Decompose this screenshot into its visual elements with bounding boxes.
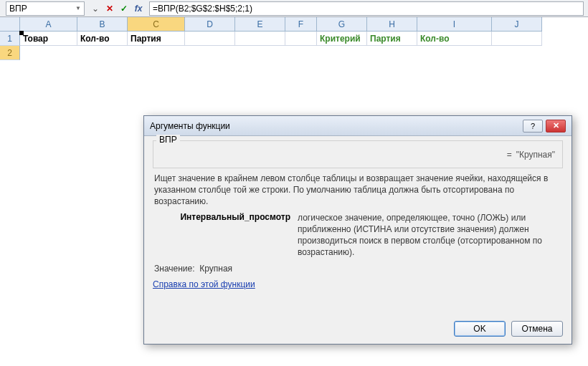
column-header-A[interactable]: A <box>20 17 77 32</box>
cell-B1[interactable]: Кол-во <box>77 32 128 46</box>
dialog-titlebar[interactable]: Аргументы функции ? ✕ <box>144 116 572 136</box>
column-header-H[interactable]: H <box>367 17 417 32</box>
formula-bar: ВПР ▼ ⌄ ✕ ✓ fx =ВПР(B2;$G$2:$H$5;2;1) <box>0 0 588 17</box>
cell-H1[interactable]: Партия <box>367 32 417 46</box>
value-result: Крупная <box>199 264 232 274</box>
formula-input[interactable]: =ВПР(B2;$G$2:$H$5;2;1) <box>149 1 584 16</box>
column-header-F[interactable]: F <box>285 17 317 32</box>
column-header-J[interactable]: J <box>492 17 542 32</box>
expand-icon[interactable]: ⌄ <box>89 2 102 15</box>
cell-C1[interactable]: Партия <box>128 32 185 46</box>
cell-D1[interactable] <box>185 32 235 46</box>
dialog-close-button[interactable]: ✕ <box>546 120 566 133</box>
help-link[interactable]: Справка по этой функции <box>153 279 255 289</box>
row-header-2[interactable]: 2 <box>0 46 20 60</box>
overall-result: "Крупная" <box>516 150 555 160</box>
cancel-button[interactable]: Отмена <box>511 321 563 337</box>
dialog-help-button[interactable]: ? <box>523 120 543 133</box>
dropdown-icon: ▼ <box>75 5 81 11</box>
column-header-E[interactable]: E <box>235 17 285 32</box>
ok-button[interactable]: OK <box>454 321 506 337</box>
column-header-C[interactable]: C <box>128 17 185 32</box>
value-label: Значение: <box>154 264 195 274</box>
cell-G1[interactable]: Критерий <box>317 32 367 46</box>
column-header-G[interactable]: G <box>317 17 367 32</box>
select-all-corner[interactable] <box>0 17 20 32</box>
fx-icon[interactable]: fx <box>132 2 145 15</box>
arg-help-label: Интервальный_просмотр <box>154 212 298 259</box>
cell-E1[interactable] <box>235 32 285 46</box>
arg-help-text: логическое значение, определяющее, точно… <box>298 212 561 259</box>
cancel-formula-icon[interactable]: ✕ <box>103 2 116 15</box>
name-box-text: ВПР <box>9 4 27 14</box>
column-header-I[interactable]: I <box>417 17 492 32</box>
cell-A1[interactable]: Товар <box>20 32 77 46</box>
accept-formula-icon[interactable]: ✓ <box>118 2 131 15</box>
cell-J1[interactable] <box>492 32 542 46</box>
dialog-title: Аргументы функции <box>150 121 230 131</box>
name-box[interactable]: ВПР ▼ <box>6 1 85 16</box>
function-name-label: ВПР <box>156 135 180 145</box>
column-header-D[interactable]: D <box>185 17 235 32</box>
cell-F1[interactable] <box>285 32 317 46</box>
function-arguments-dialog: Аргументы функции ? ✕ ВПР = "Крупная" Ищ… <box>143 115 572 345</box>
equals-label: = <box>507 150 512 160</box>
spreadsheet-grid: 12 ABCDEFGHIJ ТоварКол-воПартияКритерийП… <box>0 17 588 60</box>
column-header-B[interactable]: B <box>77 17 128 32</box>
cell-I1[interactable]: Кол-во <box>417 32 492 46</box>
function-description: Ищет значение в крайнем левом столбце та… <box>154 173 561 208</box>
formula-text: =ВПР(B2;$G$2:$H$5;2;1) <box>153 4 252 14</box>
row-header-1[interactable]: 1 <box>0 32 20 46</box>
